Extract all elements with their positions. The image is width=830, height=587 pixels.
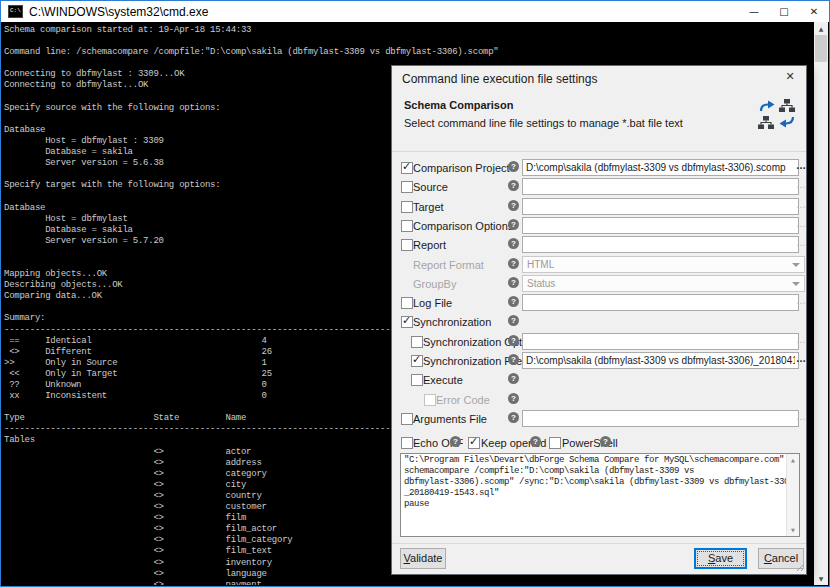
save-button[interactable]: Save [694, 548, 747, 569]
error-code-label: Error Code [436, 394, 490, 406]
command-line-settings-dialog: Command line execution file settings ✕ S… [391, 65, 807, 575]
cmd-icon: C:\ [8, 5, 23, 18]
browse-icon: … [796, 179, 807, 190]
footer-separator [392, 543, 806, 544]
groupby-label: GroupBy [413, 278, 456, 290]
keep-opened-checkbox[interactable] [468, 437, 480, 449]
source-label: Source [413, 181, 448, 193]
field-row-synchronization-file: Synchronization File ? … [392, 352, 806, 371]
log-file-label: Log File [413, 297, 452, 309]
browse-icon: … [796, 411, 807, 422]
field-row-comparison-options: Comparison Options ? … [392, 217, 806, 236]
groupby-select: Status [522, 275, 805, 292]
powershell-checkbox[interactable] [549, 437, 561, 449]
browse-icon: … [796, 334, 807, 345]
arguments-file-checkbox[interactable] [401, 413, 413, 425]
help-icon[interactable]: ? [530, 436, 541, 447]
arguments-file-label: Arguments File [413, 413, 487, 425]
synchronization-checkbox[interactable] [401, 316, 413, 328]
help-icon[interactable]: ? [508, 238, 519, 249]
help-icon[interactable]: ? [450, 436, 461, 447]
log-file-checkbox[interactable] [401, 297, 413, 309]
help-icon[interactable]: ? [508, 296, 519, 307]
cmd-titlebar[interactable]: C:\ C:\WINDOWS\system32\cmd.exe — □ ✕ [1, 1, 829, 22]
console-scrollbar[interactable]: ▲ ▼ [814, 22, 828, 585]
dialog-title: Command line execution file settings [402, 72, 597, 86]
field-row-execute: Execute ? [392, 371, 806, 390]
report-format-label: Report Format [413, 259, 484, 271]
browse-icon: … [796, 237, 807, 248]
field-row-error-code: Error Code ? [392, 391, 806, 410]
maximize-button[interactable]: □ [769, 1, 799, 22]
chevron-down-icon [792, 263, 800, 271]
help-icon[interactable]: ? [508, 373, 519, 384]
report-label: Report [413, 239, 446, 251]
help-icon[interactable]: ? [508, 412, 519, 423]
field-row-report-format: Report Format ? HTML [392, 256, 806, 275]
close-button[interactable]: ✕ [799, 1, 829, 22]
dialog-close-icon[interactable]: ✕ [783, 70, 797, 84]
report-format-value: HTML [527, 259, 554, 270]
log-file-input[interactable] [522, 294, 799, 311]
arguments-file-input[interactable] [522, 410, 799, 427]
window-title: C:\WINDOWS\system32\cmd.exe [29, 5, 208, 19]
bat-file-preview[interactable]: "C:\Program Files\Devart\dbForge Schema … [400, 453, 800, 537]
browse-icon[interactable]: … [796, 353, 807, 364]
help-icon[interactable]: ? [508, 200, 519, 211]
comparison-options-label: Comparison Options [413, 220, 513, 232]
synchronization-file-input[interactable] [522, 352, 799, 369]
target-checkbox[interactable] [401, 201, 413, 213]
scroll-up-icon[interactable]: ▲ [814, 22, 828, 35]
synchronization-options-checkbox[interactable] [411, 336, 423, 348]
preview-scrollbar[interactable]: ▲ ▼ [786, 454, 799, 536]
sync-schemas-icon [758, 99, 796, 129]
target-label: Target [413, 201, 444, 213]
help-icon[interactable]: ? [508, 161, 519, 172]
dialog-subtitle: Select command line file settings to man… [404, 117, 683, 129]
comparison-project-input[interactable] [522, 159, 799, 176]
scroll-down-icon[interactable]: ▼ [787, 525, 799, 535]
validate-button[interactable]: Validate [400, 548, 446, 569]
field-row-log-file: Log File ? … [392, 294, 806, 313]
execute-checkbox[interactable] [411, 374, 423, 386]
comparison-options-input[interactable] [522, 217, 799, 234]
help-icon[interactable]: ? [508, 219, 519, 230]
help-icon[interactable]: ? [508, 180, 519, 191]
cmd-window: C:\ C:\WINDOWS\system32\cmd.exe — □ ✕ Sc… [0, 0, 830, 587]
help-icon[interactable]: ? [600, 436, 611, 447]
field-row-arguments-file: Arguments File ? … [392, 410, 806, 429]
synchronization-file-checkbox[interactable] [411, 355, 423, 367]
help-icon[interactable]: ? [508, 354, 519, 365]
execute-label: Execute [423, 374, 463, 386]
field-row-source: Source ? … [392, 178, 806, 197]
cancel-button[interactable]: Cancel [758, 548, 804, 569]
bat-file-text[interactable]: "C:\Program Files\Devart\dbForge Schema … [401, 454, 799, 511]
scroll-down-icon[interactable]: ▼ [814, 572, 828, 585]
comparison-project-checkbox[interactable] [401, 162, 413, 174]
synchronization-options-input[interactable] [522, 333, 799, 350]
browse-icon[interactable]: … [796, 160, 807, 171]
chevron-down-icon [792, 282, 800, 290]
scrollbar-thumb[interactable] [815, 35, 827, 62]
groupby-value: Status [527, 278, 555, 289]
header-separator [392, 151, 806, 152]
echo-off-checkbox[interactable] [401, 437, 413, 449]
report-checkbox[interactable] [401, 239, 413, 251]
field-row-comparison-project: Comparison Project ? … [392, 159, 806, 178]
report-input[interactable] [522, 236, 799, 253]
target-input[interactable] [522, 198, 799, 215]
help-icon[interactable]: ? [508, 277, 519, 288]
help-icon[interactable]: ? [508, 335, 519, 346]
minimize-button[interactable]: — [739, 1, 769, 22]
help-icon[interactable]: ? [508, 393, 519, 404]
product-name: Schema Comparison [404, 99, 513, 111]
comparison-options-checkbox[interactable] [401, 220, 413, 232]
scroll-up-icon[interactable]: ▲ [787, 455, 799, 465]
comparison-project-label: Comparison Project [413, 162, 510, 174]
source-checkbox[interactable] [401, 181, 413, 193]
help-icon[interactable]: ? [508, 315, 519, 326]
source-input[interactable] [522, 178, 799, 195]
help-icon[interactable]: ? [508, 258, 519, 269]
field-row-report: Report ? … [392, 236, 806, 255]
execution-options-row: Echo OFF ? Keep opened ? PowerShell ? [392, 436, 806, 451]
